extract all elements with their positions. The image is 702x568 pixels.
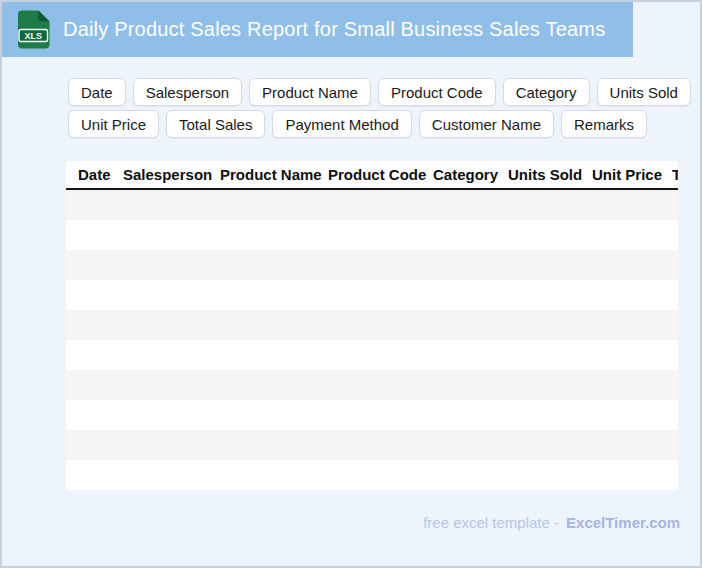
field-chip-product-code[interactable]: Product Code [378,78,496,106]
chip-row: DateSalespersonProduct NameProduct CodeC… [68,78,691,106]
footer-brand-link[interactable]: ExcelTimer.com [566,514,680,531]
page: XLS Daily Product Sales Report for Small… [0,0,702,568]
field-chip-salesperson[interactable]: Salesperson [133,78,242,106]
column-header-unit-price: Unit Price [592,166,672,183]
footer: free excel template -ExcelTimer.com [423,514,680,531]
table-row [66,460,678,490]
column-header-units-sold: Units Sold [508,166,592,183]
table-row [66,280,678,310]
sales-table: DateSalespersonProduct NameProduct CodeC… [66,161,678,490]
xls-icon-label: XLS [24,31,42,41]
table-body [66,190,678,490]
field-chip-product-name[interactable]: Product Name [249,78,371,106]
table-row [66,370,678,400]
field-chip-total-sales[interactable]: Total Sales [166,110,265,138]
field-chip-date[interactable]: Date [68,78,126,106]
column-header-product-code: Product Code [328,166,433,183]
column-header-product-name: Product Name [220,166,328,183]
column-header-total-sales: Total Sales [672,166,678,183]
table-row [66,430,678,460]
field-chip-remarks[interactable]: Remarks [561,110,647,138]
table-header-row: DateSalespersonProduct NameProduct CodeC… [66,161,678,190]
xls-file-icon: XLS [17,10,50,49]
field-chip-customer-name[interactable]: Customer Name [419,110,554,138]
table-row [66,400,678,430]
table-row [66,190,678,220]
column-header-date: Date [78,166,123,183]
footer-text: free excel template - [423,514,559,531]
chip-row: Unit PriceTotal SalesPayment MethodCusto… [68,110,691,138]
field-chip-unit-price[interactable]: Unit Price [68,110,159,138]
column-header-salesperson: Salesperson [123,166,220,183]
field-chips: DateSalespersonProduct NameProduct CodeC… [68,78,691,138]
field-chip-category[interactable]: Category [503,78,590,106]
page-title: Daily Product Sales Report for Small Bus… [63,18,605,41]
column-header-category: Category [433,166,508,183]
app-header: XLS Daily Product Sales Report for Small… [2,2,633,57]
table-row [66,310,678,340]
table-row [66,340,678,370]
table-row [66,250,678,280]
field-chip-payment-method[interactable]: Payment Method [272,110,411,138]
field-chip-units-sold[interactable]: Units Sold [597,78,691,106]
table-row [66,220,678,250]
